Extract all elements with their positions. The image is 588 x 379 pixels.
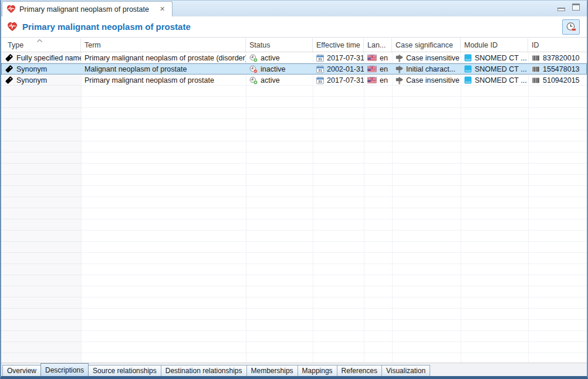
column-header-id[interactable]: ID — [528, 38, 587, 52]
history-clock-icon — [566, 22, 577, 32]
svg-text:ihtsdo: ihtsdo — [465, 70, 471, 72]
description-tag-icon — [5, 65, 13, 73]
module-icon: ihtsdo — [464, 54, 472, 62]
tab-references[interactable]: References — [337, 365, 382, 376]
effective-time-cell: 31 2017-07-31 — [313, 52, 364, 63]
description-tag-icon — [5, 76, 13, 84]
svg-text:31: 31 — [318, 69, 322, 72]
tab-source-relationships[interactable]: Source relationships — [88, 365, 161, 376]
case-significance-cell: Case insensitive — [392, 52, 461, 63]
calendar-icon: 31 — [316, 65, 324, 73]
en-flag-icon — [367, 77, 377, 83]
descriptions-table: Fully specified name Primary malignant n… — [1, 52, 587, 363]
module-cell: ihtsdo SNOMED CT ... — [461, 52, 528, 63]
tab-overview[interactable]: Overview — [2, 365, 41, 376]
concept-heart-icon — [6, 5, 16, 13]
page-title: Primary malignant neoplasm of prostate — [22, 22, 191, 32]
status-clock-icon — [249, 76, 258, 84]
column-header-type[interactable]: Type — [1, 38, 81, 52]
editor-tab[interactable]: Primary malignant neoplasm of prostate ✕ — [2, 1, 173, 16]
term-cell: Malignant neoplasm of prostate — [81, 63, 246, 75]
table-row[interactable]: Synonym Malignant neoplasm of prostate i… — [1, 63, 587, 75]
tab-descriptions[interactable]: Descriptions — [40, 363, 89, 376]
table-row[interactable]: Fully specified name Primary malignant n… — [1, 52, 587, 63]
term-cell: Primary malignant neoplasm of prostate (… — [81, 52, 246, 63]
minimize-icon[interactable] — [557, 8, 565, 11]
maximize-icon[interactable] — [572, 4, 580, 11]
type-cell: Synonym — [1, 75, 81, 86]
status-clock-icon — [249, 65, 258, 73]
tab-visualization[interactable]: Visualization — [381, 365, 430, 376]
tab-destination-relationships[interactable]: Destination relationships — [161, 365, 247, 376]
sorted-column-shade — [1, 52, 81, 363]
column-header-case-significance[interactable]: Case significance — [392, 38, 461, 52]
signpost-icon — [396, 76, 403, 84]
calendar-icon: 31 — [316, 76, 324, 84]
type-cell: Fully specified name — [1, 52, 81, 63]
barcode-icon — [532, 55, 540, 62]
view-controls — [557, 4, 580, 11]
term-cell: Primary malignant neoplasm of prostate — [81, 75, 246, 86]
case-significance-cell: Case insensitive — [392, 75, 461, 86]
status-clock-icon — [249, 54, 258, 62]
calendar-icon: 31 — [316, 54, 324, 62]
signpost-icon — [396, 65, 403, 73]
language-cell: en — [364, 75, 392, 86]
id-cell: 837820010 — [528, 52, 587, 63]
column-header-term[interactable]: Term — [81, 38, 246, 52]
id-cell: 155478013 — [528, 63, 587, 75]
app-window: Primary malignant neoplasm of prostate ✕… — [0, 0, 588, 379]
column-header-module-id[interactable]: Module ID — [461, 38, 528, 52]
case-significance-cell: Initial charact... — [392, 63, 461, 75]
barcode-icon — [532, 77, 540, 84]
column-header-effective-time[interactable]: Effective time — [313, 38, 364, 52]
tab-memberships[interactable]: Memberships — [246, 365, 298, 376]
module-icon: ihtsdo — [464, 65, 472, 73]
column-header-language[interactable]: Lan... — [364, 38, 392, 52]
effective-time-cell: 31 2017-07-31 — [313, 75, 364, 86]
en-flag-icon — [367, 55, 377, 61]
sort-ascending-icon — [36, 39, 43, 43]
concept-heart-icon — [7, 22, 18, 32]
tab-mappings[interactable]: Mappings — [298, 365, 337, 376]
status-cell: active — [246, 75, 313, 86]
editor-tab-label: Primary malignant neoplasm of prostate — [19, 5, 149, 13]
signpost-icon — [396, 54, 403, 62]
table-row[interactable]: Synonym Primary malignant neoplasm of pr… — [1, 75, 587, 86]
module-cell: ihtsdo SNOMED CT ... — [461, 75, 528, 86]
svg-text:31: 31 — [318, 57, 322, 61]
barcode-icon — [532, 66, 540, 73]
en-flag-icon — [367, 66, 377, 72]
type-cell: Synonym — [1, 63, 81, 75]
id-cell: 510942015 — [528, 75, 587, 86]
svg-text:ihtsdo: ihtsdo — [465, 81, 471, 83]
status-cell: active — [246, 52, 313, 63]
editor-page-tabs: Overview Descriptions Source relationshi… — [1, 363, 587, 376]
module-icon: ihtsdo — [464, 76, 472, 84]
language-cell: en — [364, 63, 392, 75]
table-header: Type Term Status Effective time Lan... C… — [1, 38, 587, 52]
history-toggle-button[interactable] — [562, 19, 580, 35]
description-tag-icon — [5, 53, 13, 62]
svg-text:31: 31 — [318, 80, 322, 83]
module-cell: ihtsdo SNOMED CT ... — [461, 63, 528, 75]
svg-text:ihtsdo: ihtsdo — [465, 59, 471, 61]
language-cell: en — [364, 52, 392, 63]
concept-header: Primary malignant neoplasm of prostate — [1, 16, 587, 38]
close-icon[interactable]: ✕ — [158, 5, 166, 13]
editor-tab-strip: Primary malignant neoplasm of prostate ✕ — [1, 1, 587, 16]
column-header-status[interactable]: Status — [246, 38, 313, 52]
status-cell: inactive — [246, 63, 313, 75]
effective-time-cell: 31 2002-01-31 — [313, 63, 364, 75]
